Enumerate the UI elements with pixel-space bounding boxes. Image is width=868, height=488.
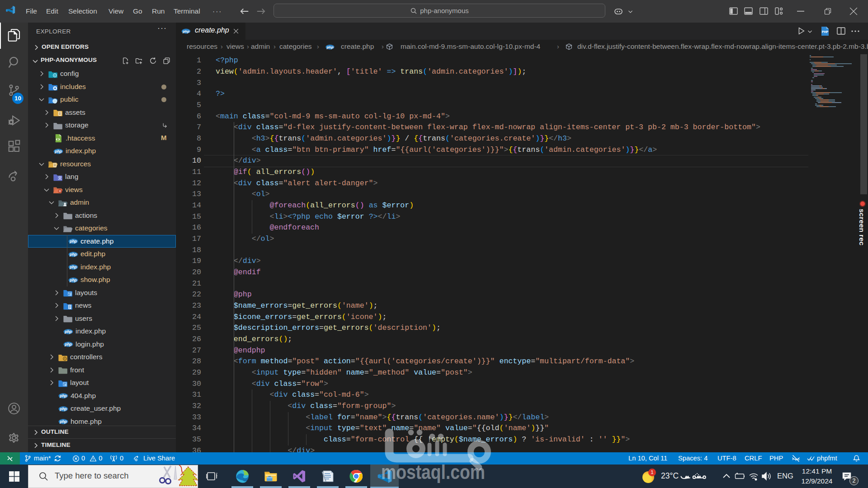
svg-text:PHP: PHP — [822, 30, 829, 33]
svg-text:php: php — [59, 419, 67, 424]
svg-text:php: php — [59, 394, 67, 398]
svg-text:php: php — [69, 265, 77, 269]
svg-text:php: php — [64, 342, 72, 347]
svg-text:php: php — [69, 252, 77, 257]
svg-text:php: php — [69, 278, 77, 282]
svg-text:php: php — [54, 149, 62, 154]
svg-text:文: 文 — [58, 175, 62, 180]
svg-text:php: php — [64, 329, 72, 334]
svg-text:php: php — [326, 45, 334, 49]
svg-text:php: php — [59, 407, 67, 411]
svg-text:php: php — [69, 239, 77, 244]
svg-text:php: php — [182, 29, 189, 33]
